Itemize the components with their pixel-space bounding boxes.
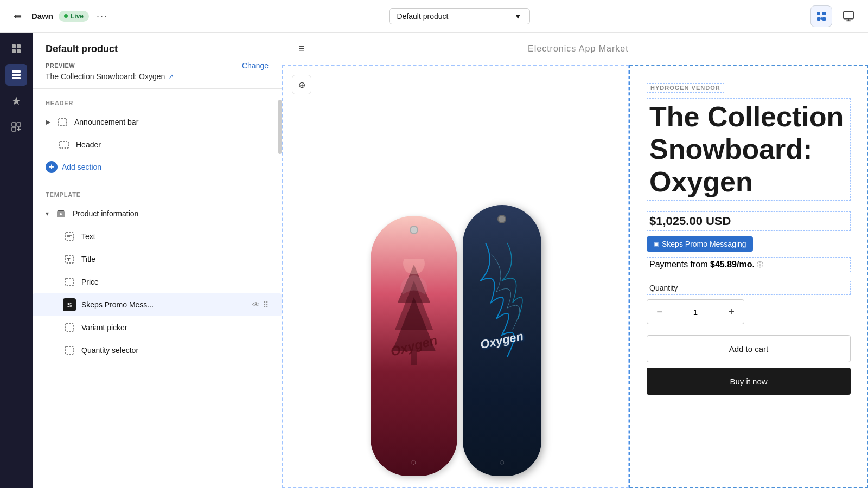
section-item-title[interactable]: T Title bbox=[33, 248, 282, 271]
payments-row: Payments from $45.89/mo. ⓘ bbox=[647, 257, 851, 272]
store-header: ≡ Electronics App Market bbox=[282, 33, 868, 65]
quantity-value: 1 bbox=[672, 307, 719, 317]
price-icon bbox=[63, 275, 76, 288]
product-information-icon bbox=[54, 207, 67, 220]
board-logo-left: ⬡ bbox=[411, 459, 416, 465]
change-link[interactable]: Change bbox=[242, 61, 269, 70]
quantity-increase-button[interactable]: + bbox=[719, 300, 744, 324]
preview-row: PREVIEW Change bbox=[46, 61, 269, 70]
live-badge: Live bbox=[59, 11, 89, 22]
top-bar-right bbox=[810, 5, 859, 27]
add-to-cart-button[interactable]: Add to cart bbox=[647, 335, 851, 362]
product-images: ⊕ bbox=[282, 65, 629, 488]
quantity-selector: − 1 + bbox=[647, 299, 744, 324]
add-section-button[interactable]: + Add section bbox=[33, 156, 282, 178]
payments-text: Payments from bbox=[649, 260, 708, 269]
section-item-variant-picker[interactable]: Variant picker bbox=[33, 316, 282, 339]
zoom-button[interactable]: ⊕ bbox=[292, 75, 311, 94]
panel-header: Default product PREVIEW Change The Colle… bbox=[33, 33, 282, 89]
product-information-label: Product information bbox=[73, 209, 269, 218]
chevron-down-icon-product: ▾ bbox=[46, 210, 49, 217]
sidebar-icon-star[interactable] bbox=[5, 90, 27, 112]
promo-badge-label: Skeps Promo Messaging bbox=[662, 240, 746, 248]
back-icon[interactable]: ⬅ bbox=[9, 8, 26, 25]
plus-circle-icon: + bbox=[46, 161, 58, 173]
left-sidebar bbox=[0, 33, 33, 488]
preview-product-name: The Collection Snowboard: Oxygen bbox=[46, 72, 165, 81]
store-name-header: Electronics App Market bbox=[528, 44, 629, 54]
svg-rect-15 bbox=[12, 123, 16, 126]
chevron-right-icon: ▶ bbox=[46, 118, 50, 126]
title-label: Title bbox=[81, 255, 269, 264]
svg-rect-21 bbox=[60, 142, 68, 148]
header-icon bbox=[58, 138, 71, 151]
sidebar-icon-plus-grid[interactable] bbox=[5, 116, 27, 138]
svg-rect-8 bbox=[12, 44, 16, 48]
variant-picker-icon bbox=[63, 321, 76, 334]
monitor-icon-button[interactable] bbox=[838, 5, 859, 27]
svg-rect-5 bbox=[844, 11, 853, 18]
variant-picker-label: Variant picker bbox=[81, 323, 269, 332]
layout-icon bbox=[11, 69, 22, 80]
snowboards: Oxygen ⬡ bbox=[360, 66, 552, 487]
preview-frame: ≡ Electronics App Market ⊕ bbox=[282, 33, 868, 488]
skeps-promo-icon: S bbox=[63, 298, 76, 311]
svg-rect-20 bbox=[58, 119, 67, 125]
svg-point-4 bbox=[820, 17, 822, 20]
plus-grid-icon bbox=[11, 121, 22, 132]
external-link-icon[interactable]: ↗ bbox=[168, 73, 174, 80]
drag-icon[interactable]: ⠿ bbox=[263, 300, 269, 309]
skeps-promo-actions: 👁 ⠿ bbox=[252, 300, 269, 309]
svg-rect-17 bbox=[12, 127, 16, 131]
snowboard-right: Oxygen ⬡ bbox=[463, 205, 541, 476]
section-item-text[interactable]: Text bbox=[33, 225, 282, 248]
quantity-selector-icon bbox=[63, 344, 76, 357]
template-section-group: TEMPLATE ▾ Product information bbox=[33, 189, 282, 362]
section-item-announcement-bar[interactable]: ▶ Announcement bar bbox=[33, 111, 282, 133]
price-label: Price bbox=[81, 278, 269, 286]
section-item-quantity-selector[interactable]: Quantity selector bbox=[33, 339, 282, 362]
svg-rect-2 bbox=[817, 17, 820, 21]
header-section-group: HEADER ▶ Announcement bar bbox=[33, 98, 282, 178]
svg-rect-12 bbox=[12, 70, 21, 73]
more-options-button[interactable]: ··· bbox=[97, 10, 108, 22]
snowboard-left: Oxygen ⬡ bbox=[371, 216, 457, 476]
quantity-decrease-button[interactable]: − bbox=[647, 300, 672, 324]
live-dot bbox=[64, 14, 68, 18]
sidebar-icon-layout[interactable] bbox=[5, 64, 27, 86]
flame-design bbox=[469, 237, 534, 378]
svg-point-36 bbox=[403, 259, 425, 274]
chevron-down-icon: ▼ bbox=[514, 12, 522, 21]
info-icon: ⓘ bbox=[757, 260, 763, 269]
promo-badge[interactable]: ▣ Skeps Promo Messaging bbox=[647, 236, 753, 252]
sidebar-icon-sections[interactable] bbox=[5, 38, 27, 60]
top-bar-center: Default product ▼ bbox=[114, 8, 804, 24]
monitor-icon bbox=[843, 10, 854, 22]
board-circle-right bbox=[497, 215, 506, 223]
section-item-header[interactable]: Header bbox=[33, 133, 282, 156]
text-icon bbox=[63, 230, 76, 243]
theme-name: Dawn bbox=[31, 11, 53, 21]
preview-area: ≡ Electronics App Market ⊕ bbox=[282, 33, 868, 488]
price-row: $1,025.00 USD bbox=[647, 211, 851, 231]
product-info: HYDROGEN VENDOR The Collection Snowboard… bbox=[629, 65, 868, 488]
svg-rect-31 bbox=[66, 346, 73, 354]
board-logo-right: ⬡ bbox=[500, 459, 505, 465]
panel-title: Default product bbox=[46, 43, 269, 55]
svg-rect-10 bbox=[12, 49, 16, 53]
section-item-price[interactable]: Price bbox=[33, 271, 282, 293]
section-item-skeps-promo[interactable]: S Skeps Promo Mess... 👁 ⠿ bbox=[33, 293, 282, 316]
template-selector[interactable]: Default product ▼ bbox=[389, 8, 530, 24]
svg-rect-1 bbox=[822, 12, 826, 15]
svg-rect-29 bbox=[66, 278, 73, 286]
svg-rect-3 bbox=[822, 17, 826, 21]
eye-icon[interactable]: 👁 bbox=[252, 300, 260, 309]
announcement-bar-label: Announcement bar bbox=[74, 118, 269, 126]
vendor-label: HYDROGEN VENDOR bbox=[647, 83, 724, 93]
buy-now-button[interactable]: Buy it now bbox=[647, 368, 851, 395]
sections-icon bbox=[11, 43, 22, 54]
section-item-product-information[interactable]: ▾ Product information bbox=[33, 202, 282, 225]
grid-icon bbox=[816, 11, 827, 22]
product-title: The Collection Snowboard: Oxygen bbox=[647, 98, 851, 201]
grid-view-button[interactable] bbox=[810, 5, 832, 27]
